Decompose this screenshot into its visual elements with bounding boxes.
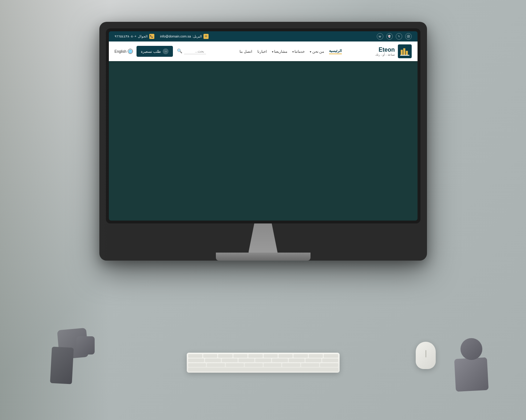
svg-point-1 <box>408 36 409 37</box>
keyboard-key <box>322 358 338 362</box>
keyboard-key <box>324 354 338 358</box>
phone-number: +٩٦٦٥٤٤٣٨٠٨٠ <box>115 35 137 38</box>
keyboard-key <box>245 363 263 367</box>
svg-rect-4 <box>403 48 405 55</box>
monitor-screen: 𝕏 👻 W ✉ البريل: info@domain. <box>109 31 418 221</box>
keyboard-key <box>282 363 300 367</box>
nav-links: الرئيسية من نحن خدماتنا مشاريعنا اخبارنا… <box>240 49 342 54</box>
keyboard-key <box>264 363 282 367</box>
email-value: info@domain.com.sa <box>160 35 191 38</box>
keyboard-key <box>278 354 293 358</box>
svg-point-2 <box>409 36 409 36</box>
keyboard-key <box>264 354 278 358</box>
language-button[interactable]: 🌐 English <box>115 49 133 54</box>
email-contact: ✉ البريل: info@domain.com.sa <box>160 34 209 39</box>
monitor-bezel: 𝕏 👻 W ✉ البريل: info@domain. <box>106 28 420 223</box>
keyboard-key <box>289 358 305 362</box>
keyboard-key <box>320 363 338 367</box>
nav-right: 🔍 → طلب تسعيرة 🌐 English <box>115 46 206 57</box>
search-icon[interactable]: 🔍 <box>177 48 182 54</box>
phone-contact: 📞 الجوال +٩٦٦٥٤٤٣٨٠٨٠ <box>115 34 154 39</box>
logo-text: Eteon <box>375 47 395 53</box>
nav-services[interactable]: خدماتنا <box>292 49 305 54</box>
monitor-base <box>216 253 311 261</box>
quote-button[interactable]: → طلب تسعيرة <box>137 46 173 57</box>
scene: 𝕏 👻 W ✉ البريل: info@domain. <box>0 0 526 420</box>
keyboard <box>187 353 340 373</box>
keyboard-key <box>272 358 288 362</box>
logo-icon <box>398 44 412 58</box>
rocks-left <box>51 325 95 384</box>
keyboard-key <box>188 358 204 362</box>
svg-rect-0 <box>407 35 410 38</box>
mouse <box>416 342 436 369</box>
quote-label: طلب تسعيرة <box>141 49 161 54</box>
main-nav: Eteon صناعة - أو - رتك الرئيسية من نحن خ… <box>109 41 418 61</box>
quote-icon: → <box>163 48 169 54</box>
keyboard-key <box>205 358 221 362</box>
nav-contact[interactable]: اتصل بنا <box>240 49 252 54</box>
logo-subtitle: صناعة - أو - رتك <box>375 53 395 56</box>
top-bar: 𝕏 👻 W ✉ البريل: info@domain. <box>109 31 418 41</box>
monitor-neck <box>249 223 278 253</box>
language-label: English <box>115 49 127 54</box>
top-bar-contact: ✉ البريل: info@domain.com.sa 📞 الجوال +٩… <box>115 34 209 39</box>
whatsapp-icon[interactable]: W <box>377 33 383 40</box>
keyboard-key <box>226 363 244 367</box>
nav-home[interactable]: الرئيسية <box>329 49 342 54</box>
globe-icon: 🌐 <box>128 49 133 54</box>
rock-decoration <box>454 357 489 392</box>
keyboard-key <box>188 363 206 367</box>
keyboard-key <box>207 363 225 367</box>
twitter-icon[interactable]: 𝕏 <box>396 33 402 40</box>
social-icons: 𝕏 👻 W <box>377 33 412 40</box>
keyboard-key <box>188 354 202 358</box>
svg-rect-3 <box>400 50 403 55</box>
nav-news[interactable]: اخبارنا <box>257 49 267 54</box>
rocks-right <box>453 344 490 391</box>
instagram-icon[interactable] <box>405 33 412 40</box>
nav-projects[interactable]: مشاريعنا <box>272 49 287 54</box>
search-input[interactable] <box>184 49 206 54</box>
rock-decoration <box>50 346 74 384</box>
email-icon: ✉ <box>203 34 209 39</box>
rock-decoration <box>460 338 482 360</box>
keyboard-key <box>238 358 254 362</box>
nav-about[interactable]: من نحن <box>310 49 324 54</box>
keyboard-key <box>233 354 248 358</box>
phone-label: الجوال <box>138 35 148 38</box>
keyboard-key <box>203 354 217 358</box>
rock-decoration <box>57 328 89 360</box>
keyboard-key <box>293 354 308 358</box>
keyboard-key <box>309 354 323 358</box>
keyboard-key <box>301 363 319 367</box>
monitor: 𝕏 👻 W ✉ البريل: info@domain. <box>99 22 427 261</box>
keyboard-key <box>305 358 321 362</box>
keyboard-key <box>255 358 271 362</box>
email-label: البريل: <box>192 35 202 38</box>
svg-rect-5 <box>406 51 408 55</box>
snapchat-icon[interactable]: 👻 <box>386 33 393 40</box>
phone-icon: 📞 <box>149 34 154 39</box>
search-area: 🔍 <box>177 48 206 54</box>
keyboard-spacebar <box>188 368 338 371</box>
keyboard-key <box>248 354 262 358</box>
svg-rect-6 <box>400 55 409 56</box>
keyboard-key <box>218 354 232 358</box>
rock-decoration <box>76 336 95 354</box>
logo-area: Eteon صناعة - أو - رتك <box>375 44 411 58</box>
keyboard-key <box>222 358 238 362</box>
